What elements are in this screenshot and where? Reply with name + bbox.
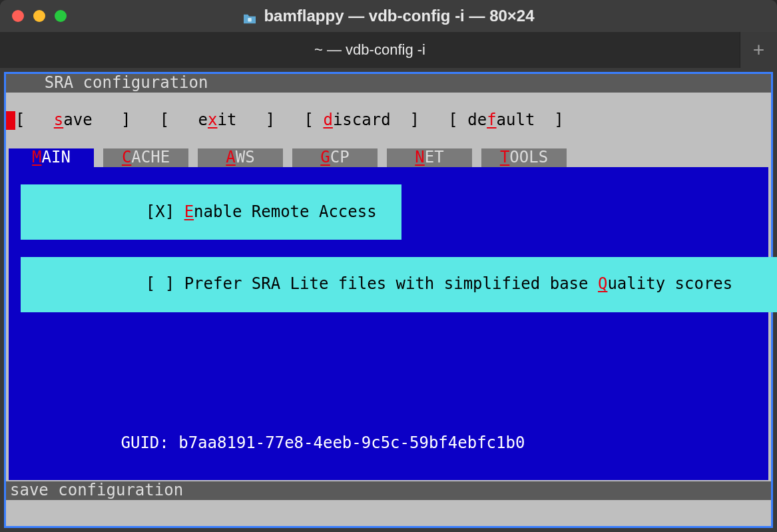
spacer	[6, 93, 771, 111]
save-button[interactable]: [ save ]	[15, 111, 130, 130]
action-buttons-row: [ save ] [ exit ] [ discard ] [ default …	[6, 111, 771, 130]
window-title-text: bamflappy — vdb-config -i — 80×24	[264, 7, 534, 25]
vdb-config-frame: SRA configuration [ save ] [ exit ] [ di…	[4, 72, 773, 528]
zoom-icon[interactable]	[55, 10, 67, 22]
guid-line: GUID: b7aa8191-77e8-4eeb-9c5c-59bf4ebfc1…	[25, 415, 525, 471]
window-title: bamflappy — vdb-config -i — 80×24	[0, 7, 777, 25]
spacer	[6, 130, 771, 148]
tab-main[interactable]: MAIN	[9, 148, 94, 167]
new-tab-button[interactable]: +	[740, 32, 777, 68]
config-tabs: MAIN CACHE AWS GCP NET TOOLS	[6, 148, 771, 167]
terminal-area: SRA configuration [ save ] [ exit ] [ di…	[0, 68, 777, 532]
guid-value: b7aa8191-77e8-4eeb-9c5c-59bf4ebfc1b0	[178, 433, 525, 452]
tab-gcp[interactable]: GCP	[292, 148, 378, 167]
focus-marker	[6, 111, 15, 130]
exit-button[interactable]: [ exit ]	[160, 111, 275, 130]
traffic-lights	[12, 10, 67, 22]
folder-icon	[242, 10, 257, 22]
discard-button[interactable]: [ discard ]	[304, 111, 419, 130]
terminal-tab-label: ~ — vdb-config -i	[314, 41, 425, 59]
enable-remote-checkbox[interactable]: [X] Enable Remote Access	[21, 184, 401, 240]
tabbar: ~ — vdb-config -i +	[0, 32, 777, 68]
terminal-tab-active[interactable]: ~ — vdb-config -i	[0, 32, 740, 68]
svg-rect-0	[248, 18, 252, 21]
tab-cache[interactable]: CACHE	[103, 148, 188, 167]
minimize-icon[interactable]	[33, 10, 45, 22]
terminal-window: bamflappy — vdb-config -i — 80×24 ~ — vd…	[0, 0, 777, 532]
config-header-title: SRA configuration	[45, 74, 208, 93]
titlebar: bamflappy — vdb-config -i — 80×24	[0, 0, 777, 32]
tab-net[interactable]: NET	[387, 148, 472, 167]
config-header: SRA configuration	[6, 74, 771, 93]
default-button[interactable]: [ default ]	[448, 111, 563, 130]
tab-aws[interactable]: AWS	[198, 148, 283, 167]
tab-tools[interactable]: TOOLS	[481, 148, 567, 167]
status-bar: save configuration	[6, 481, 771, 500]
guid-label: GUID:	[121, 433, 179, 452]
status-text: save configuration	[10, 481, 183, 500]
close-icon[interactable]	[12, 10, 24, 22]
main-panel: [X] Enable Remote Access [ ] Prefer SRA …	[9, 167, 768, 480]
prefer-lite-checkbox[interactable]: [ ] Prefer SRA Lite files with simplifie…	[21, 257, 777, 312]
